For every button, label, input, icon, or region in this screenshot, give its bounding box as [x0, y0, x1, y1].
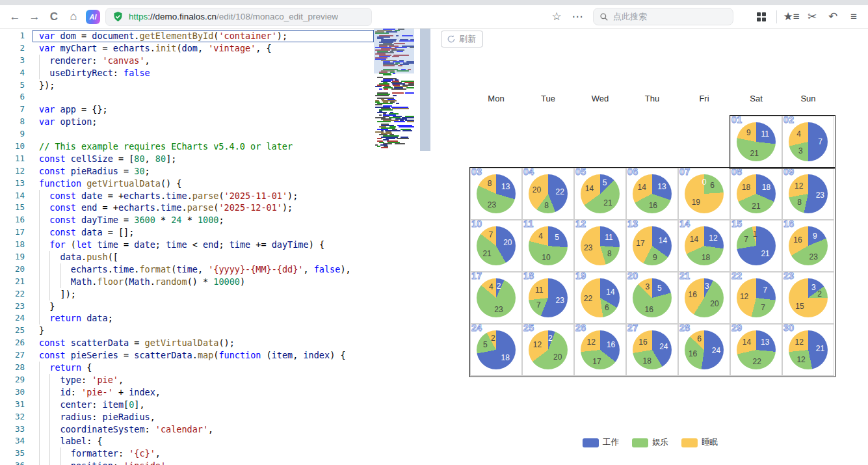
- back-icon[interactable]: ←: [5, 10, 25, 23]
- code-line[interactable]: 21Math.floor(Math.random() * 10000): [0, 276, 374, 288]
- calendar-cell[interactable]: 1020217: [470, 220, 522, 272]
- code-line[interactable]: 26const scatterData = getVirtualData();: [0, 337, 374, 349]
- calendar-cell[interactable]: 06131614: [626, 168, 678, 220]
- calendar-cell[interactable]: 152171: [730, 220, 782, 272]
- menu-icon[interactable]: ≡: [843, 10, 864, 23]
- code-line[interactable]: 16const dayTime = 3600 * 24 * 1000;: [0, 214, 374, 226]
- code-line[interactable]: 7var app = {};: [0, 103, 374, 116]
- editor-scrollbar-thumb[interactable]: [420, 29, 430, 151]
- more-options-icon[interactable]: ⋯: [567, 10, 588, 23]
- calendar-cell[interactable]: 227712: [730, 272, 782, 324]
- calendar-cell[interactable]: 27241816: [626, 324, 678, 376]
- day-pie-chart[interactable]: [789, 226, 828, 265]
- code-line[interactable]: 8var option;: [0, 116, 374, 128]
- calendar-cell[interactable]: 1914622: [574, 272, 626, 324]
- line-number: 11: [0, 153, 33, 165]
- code-editor[interactable]: 1var dom = document.getElementById('cont…: [0, 29, 432, 465]
- code-line[interactable]: 23}: [0, 300, 374, 313]
- calendar-cell[interactable]: 205163: [626, 272, 678, 324]
- code-line[interactable]: 28return {: [0, 362, 374, 374]
- code-line[interactable]: 22]);: [0, 288, 374, 300]
- apps-grid-icon[interactable]: [757, 12, 766, 21]
- address-bar[interactable]: https://demo.finalos.cn/edit/108/monaco_…: [105, 8, 372, 26]
- undo-icon[interactable]: ↶: [822, 10, 843, 23]
- code-line[interactable]: 18for (let time = date; time < end; time…: [0, 239, 374, 251]
- minimap-viewport[interactable]: [374, 29, 414, 73]
- calendar-cell[interactable]: 0111219: [730, 116, 782, 168]
- search-input[interactable]: [613, 12, 717, 21]
- code-line[interactable]: 20echarts.time.format(time, '{yyyy}-{MM}…: [0, 263, 374, 276]
- calendar-cell[interactable]: 115104: [522, 220, 574, 272]
- refresh-icon[interactable]: C: [44, 10, 64, 23]
- calendar-cell[interactable]: 30211212: [782, 324, 834, 376]
- code-line[interactable]: 31center: item[0],: [0, 399, 374, 411]
- code-line[interactable]: 27const pieSeries = scatterData.map(func…: [0, 349, 374, 362]
- calendar-cell[interactable]: 08182118: [730, 168, 782, 220]
- calendar-cell[interactable]: 0552114: [574, 168, 626, 220]
- scissors-icon[interactable]: ✂: [802, 10, 822, 23]
- day-pie-chart[interactable]: [477, 330, 516, 369]
- code-line[interactable]: 30id: 'pie-' + index,: [0, 386, 374, 399]
- code-line[interactable]: 11const cellSize = [80, 80];: [0, 153, 374, 165]
- calendar-cell[interactable]: 0313238: [470, 168, 522, 220]
- home-icon[interactable]: ⌂: [64, 10, 83, 23]
- code-lines[interactable]: 1var dom = document.getElementById('cont…: [0, 30, 374, 465]
- calendar-cell[interactable]: 1314917: [626, 220, 678, 272]
- code-line[interactable]: 24return data;: [0, 312, 374, 325]
- calendar-cell[interactable]: 070619: [678, 168, 730, 220]
- day-number-label: 23: [783, 271, 795, 281]
- legend-item[interactable]: 睡眠: [681, 437, 718, 448]
- calendar-cell[interactable]: 1823711: [522, 272, 574, 324]
- code-line[interactable]: 35formatter: '{c}',: [0, 447, 374, 460]
- code-line[interactable]: 12const pieRadius = 30;: [0, 165, 374, 178]
- day-pie-chart[interactable]: [581, 174, 620, 213]
- calendar-cell[interactable]: 0923812: [782, 168, 834, 220]
- code-line[interactable]: 6: [0, 91, 374, 103]
- line-number: 36: [0, 460, 33, 465]
- calendar-cell[interactable]: 2824166: [678, 324, 730, 376]
- bookmark-star-icon[interactable]: ☆: [546, 10, 567, 23]
- code-line[interactable]: 19data.push([: [0, 251, 374, 263]
- code-line[interactable]: 15const end = +echarts.time.parse('2025-…: [0, 202, 374, 214]
- code-line[interactable]: 3renderer: 'canvas',: [0, 55, 374, 67]
- day-number-label: 11: [523, 219, 534, 229]
- code-line[interactable]: 5});: [0, 79, 374, 92]
- pie-slice-label: 2: [497, 282, 501, 291]
- legend-item[interactable]: 工作: [583, 437, 619, 448]
- pie-slice-label: 22: [555, 187, 564, 196]
- calendar-cell[interactable]: 172234: [470, 272, 522, 324]
- calendar-cell[interactable]: 1692316: [782, 220, 834, 272]
- code-line[interactable]: 34label: {: [0, 435, 374, 447]
- code-line[interactable]: 25}: [0, 325, 374, 337]
- legend-item[interactable]: 娱乐: [632, 437, 668, 448]
- calendar-cell[interactable]: 241852: [470, 324, 522, 376]
- code-line[interactable]: 10// This example requires ECharts v5.4.…: [0, 140, 374, 153]
- calendar-cell[interactable]: 233215: [782, 272, 834, 324]
- code-line[interactable]: 4useDirtyRect: false: [0, 67, 374, 79]
- code-line[interactable]: 17const data = [];: [0, 226, 374, 239]
- minimap[interactable]: [374, 29, 414, 152]
- code-line[interactable]: 33coordinateSystem: 'calendar',: [0, 423, 374, 436]
- calendar-cell[interactable]: 0422820: [522, 168, 574, 220]
- code-line[interactable]: 36position: 'inside',: [0, 460, 374, 465]
- quick-search-box[interactable]: [593, 8, 733, 25]
- calendar-cell[interactable]: 2132016: [678, 272, 730, 324]
- calendar-cell[interactable]: 29132214: [730, 324, 782, 376]
- code-line[interactable]: 14const date = +echarts.time.parse('2025…: [0, 190, 374, 202]
- calendar-chart[interactable]: 0111219027340313238042282005521140613161…: [470, 116, 834, 376]
- code-line[interactable]: 2var myChart = echarts.init(dom, 'vintag…: [0, 42, 374, 55]
- favorites-list-icon[interactable]: ★≡: [781, 10, 802, 23]
- calendar-cell[interactable]: 26161712: [574, 324, 626, 376]
- calendar-cell[interactable]: 2522012: [522, 324, 574, 376]
- calendar-cell[interactable]: 1211823: [574, 220, 626, 272]
- calendar-cell[interactable]: 14121814: [678, 220, 730, 272]
- forward-icon[interactable]: →: [25, 10, 44, 23]
- code-line[interactable]: 9: [0, 128, 374, 140]
- code-line[interactable]: 13function getVirtualData() {: [0, 178, 374, 190]
- ai-assistant-icon[interactable]: AI: [86, 10, 100, 24]
- refresh-preview-button[interactable]: 刷新: [441, 31, 483, 47]
- code-line[interactable]: 29type: 'pie',: [0, 374, 374, 386]
- calendar-cell[interactable]: 02734: [782, 116, 834, 168]
- code-line[interactable]: 32radius: pieRadius,: [0, 411, 374, 423]
- code-line[interactable]: 1var dom = document.getElementById('cont…: [0, 30, 374, 42]
